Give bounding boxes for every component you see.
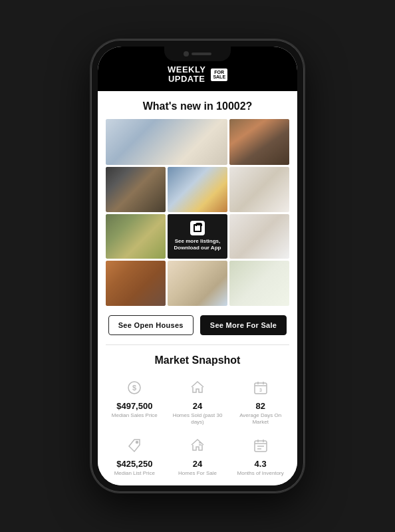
- phone-frame: WEEKLY UPDATE FOR SALE What's new in 100…: [91, 40, 304, 492]
- content-area: What's new in 10002?: [98, 91, 297, 485]
- stat-homes-sale: 24 Homes For Sale: [166, 431, 229, 482]
- header-badge: FOR SALE: [211, 68, 227, 81]
- photo-image: [229, 119, 289, 166]
- photo-image: [106, 261, 166, 306]
- photo-cell[interactable]: [229, 167, 289, 212]
- notch-speaker: [192, 53, 211, 55]
- photo-cell[interactable]: [229, 119, 289, 166]
- stat-value: 82: [255, 401, 265, 411]
- svg-text:3: 3: [259, 388, 262, 392]
- market-heading: Market Snapshot: [98, 345, 297, 373]
- photo-cell-overlay[interactable]: See more listings,Download our App: [168, 214, 227, 259]
- tag-icon: [125, 436, 144, 455]
- stat-value: 4.3: [255, 459, 267, 469]
- stat-label: Homes For Sale: [178, 470, 217, 477]
- stat-label: Homes Sold (past 30 days): [169, 412, 227, 426]
- header-title: WEEKLY UPDATE: [168, 65, 205, 84]
- open-houses-button[interactable]: See Open Houses: [108, 315, 194, 335]
- stat-label: Average Days On Market: [231, 412, 289, 426]
- photo-cell[interactable]: [106, 167, 166, 212]
- listings-heading: What's new in 10002?: [98, 91, 297, 119]
- stat-homes-sold: 24 Homes Sold (past 30 days): [166, 373, 229, 432]
- app-promo-overlay: See more listings,Download our App: [168, 214, 227, 259]
- stat-value: 24: [193, 459, 202, 469]
- photo-cell[interactable]: [106, 119, 227, 166]
- photo-cell[interactable]: [168, 167, 227, 212]
- stat-avg-days: 3 82 Average Days On Market: [229, 373, 292, 432]
- photo-image: [106, 214, 166, 259]
- listing-buttons: See Open Houses See More For Sale: [98, 306, 297, 344]
- house-icon: [188, 378, 207, 397]
- stats-grid: $ $497,500 Median Sales Price 24: [98, 373, 297, 485]
- photo-cell[interactable]: [106, 261, 166, 306]
- notch-camera: [184, 51, 189, 57]
- calendar-icon: 3: [251, 378, 270, 397]
- stat-median-sales: $ $497,500 Median Sales Price: [103, 373, 166, 432]
- calendar2-icon: [251, 436, 270, 455]
- stat-value: $497,500: [116, 401, 152, 411]
- dollar-icon: $: [125, 378, 144, 397]
- photo-grid: See more listings,Download our App: [98, 119, 297, 306]
- stat-label: Median List Price: [114, 470, 155, 477]
- house-list-icon: [188, 436, 207, 455]
- stat-value: $425,250: [116, 459, 152, 469]
- app-icon-inner: [194, 224, 201, 232]
- photo-image: [168, 167, 227, 212]
- phone-notch: [164, 47, 231, 61]
- photo-cell[interactable]: [229, 261, 289, 306]
- photo-image: [229, 261, 289, 306]
- stat-value: 24: [193, 401, 202, 411]
- overlay-text: See more listings,Download our App: [174, 238, 221, 252]
- photo-image: [229, 167, 289, 212]
- stat-months-inventory: 4.3 Months of Inventory: [229, 431, 292, 482]
- app-promo-content: See more listings,Download our App: [174, 221, 221, 252]
- stat-label: Median Sales Price: [112, 412, 158, 419]
- photo-image: [106, 119, 227, 166]
- photo-image: [106, 167, 166, 212]
- photo-image: [229, 214, 289, 259]
- photo-cell[interactable]: [168, 261, 227, 306]
- photo-cell[interactable]: [229, 214, 289, 259]
- svg-point-7: [136, 442, 138, 444]
- photo-image: [168, 261, 227, 306]
- stat-label: Months of Inventory: [237, 470, 284, 477]
- svg-text:$: $: [132, 384, 136, 392]
- stat-median-list: $425,250 Median List Price: [103, 431, 166, 482]
- phone-screen: WEEKLY UPDATE FOR SALE What's new in 100…: [98, 47, 297, 485]
- photo-cell[interactable]: [106, 214, 166, 259]
- app-icon: [190, 221, 205, 235]
- for-sale-button[interactable]: See More For Sale: [200, 315, 287, 335]
